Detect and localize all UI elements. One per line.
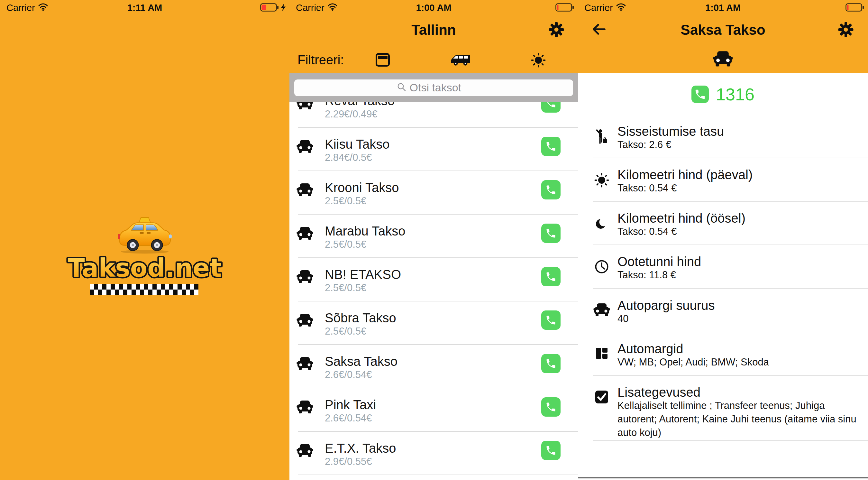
detail-value: Takso: 2.6 €: [618, 138, 671, 152]
grid-icon: [593, 347, 610, 361]
taxi-price: 2.84€/0.5€: [325, 151, 372, 164]
taxi-name: Kiisu Takso: [325, 137, 390, 152]
battery-icon: [260, 3, 279, 13]
detail-row: Kilomeetri hind (öösel)Takso: 0.54 €: [578, 202, 868, 245]
status-time: 1:01 AM: [578, 3, 868, 13]
logo-wordmark: Taksod.net: [0, 253, 289, 286]
logo-text-svg: Taksod.net: [68, 253, 222, 282]
car-icon: [297, 400, 313, 416]
detail-row: LisategevusedKellajaliselt tellimine ; T…: [578, 376, 868, 441]
car-icon: [297, 357, 313, 372]
taxi-price: 2.5€/0.5€: [325, 238, 366, 251]
detail-title: Ootetunni hind: [618, 254, 701, 269]
call-button[interactable]: [541, 441, 561, 460]
battery-icon: [845, 3, 864, 13]
taxi-name: Sõbra Takso: [325, 310, 396, 325]
car-icon: [297, 140, 313, 155]
taxi-name: E.T.X. Takso: [325, 441, 396, 455]
taxi-price: 2.5€/0.5€: [325, 281, 366, 294]
list-item[interactable]: E.T.X. Takso2.9€/0.55€: [289, 432, 578, 475]
detail-value: VW; MB; Opel; Audi; BMW; Skoda: [618, 356, 769, 369]
taxi-price: 2.6€/0.54€: [325, 412, 372, 425]
van-icon[interactable]: [450, 53, 471, 68]
taxi-name: NB! ETAKSO: [325, 267, 401, 282]
checkered-flag-strip: [90, 284, 198, 295]
splash-panel: Carrier 1:11 AM: [0, 0, 289, 480]
moon-icon: [593, 216, 610, 233]
detail-row: AutomargidVW; MB; Opel; Audi; BMW; Skoda: [578, 332, 868, 376]
list-item[interactable]: Pink Taxi2.6€/0.54€: [289, 388, 578, 432]
page-title: Tallinn: [289, 22, 578, 38]
taxi-price: 2.29€/0.49€: [325, 108, 377, 121]
call-button[interactable]: [541, 223, 561, 243]
detail-row: Ootetunni hindTakso: 11.8 €: [578, 245, 868, 289]
detail-title: Autopargi suurus: [618, 298, 715, 313]
settings-gear-icon[interactable]: [548, 22, 564, 38]
list-item[interactable]: Kiisu Takso2.84€/0.5€: [289, 128, 578, 171]
list-item[interactable]: Krooni Takso2.5€/0.5€: [289, 171, 578, 215]
charging-bolt-icon: [281, 4, 286, 12]
taxi-detail-panel: Saksa Takso 1316 Sisseistumise tasuTakso…: [578, 0, 868, 480]
detail-value: Takso: 0.54 €: [618, 181, 677, 195]
detail-value: Kellajaliselt tellimine ; Transfeer teen…: [618, 399, 857, 440]
app-screenshot-composite: Carrier 1:11 AM: [0, 0, 868, 480]
call-button[interactable]: [541, 310, 561, 330]
detail-row: Sisseistumise tasuTakso: 2.6 €: [578, 115, 868, 158]
list-item[interactable]: Sõbra Takso2.5€/0.5€: [289, 301, 578, 345]
taxi-price: 2.6€/0.54€: [325, 368, 372, 381]
detail-row: Autopargi suurus40: [578, 289, 868, 332]
car-icon: [297, 270, 313, 286]
card-icon[interactable]: [376, 53, 390, 68]
sun-icon[interactable]: [531, 53, 546, 69]
detail-title: Lisategevused: [618, 385, 701, 399]
car-icon: [297, 183, 313, 199]
taxi-price: 2.9€/0.55€: [325, 455, 372, 468]
phone-icon: [691, 86, 709, 103]
taxi-name: Krooni Takso: [325, 180, 399, 195]
search-bar-container: [289, 73, 578, 102]
status-bar: Carrier 1:01 AM: [578, 0, 868, 15]
car-icon: [297, 444, 313, 459]
clock-icon: [593, 259, 610, 275]
call-button[interactable]: [541, 137, 561, 156]
status-bar: Carrier 1:00 AM: [289, 0, 578, 15]
bottom-edge-line: [578, 477, 868, 478]
list-item[interactable]: NB! ETAKSO2.5€/0.5€: [289, 258, 578, 301]
status-time: 1:00 AM: [289, 3, 578, 13]
detail-title: Kilomeetri hind (öösel): [618, 211, 745, 226]
search-field[interactable]: [294, 80, 573, 96]
page-title: Saksa Takso: [578, 22, 868, 38]
detail-title: Automargid: [618, 341, 683, 356]
car-icon: [297, 313, 313, 329]
settings-gear-icon[interactable]: [838, 22, 854, 38]
car-icon: [593, 303, 610, 319]
phone-number-row[interactable]: 1316: [578, 85, 868, 104]
call-button[interactable]: [541, 354, 561, 373]
detail-row: Kilomeetri hind (päeval)Takso: 0.54 €: [578, 158, 868, 202]
person-luggage-icon: [593, 129, 610, 147]
detail-value: Takso: 0.54 €: [618, 225, 677, 238]
status-bar: Carrier 1:11 AM: [0, 0, 289, 15]
call-button[interactable]: [541, 397, 561, 417]
taxi-name: Marabu Takso: [325, 223, 406, 238]
sun-icon: [593, 173, 610, 189]
list-item[interactable]: Marabu Takso2.5€/0.5€: [289, 215, 578, 258]
detail-title: Sisseistumise tasu: [618, 124, 724, 139]
status-time: 1:11 AM: [0, 3, 289, 13]
car-icon: [297, 227, 313, 242]
detail-value: 40: [618, 312, 628, 326]
call-button[interactable]: [541, 180, 561, 200]
taxi-name: Saksa Takso: [325, 354, 398, 369]
list-item[interactable]: Saksa Takso2.6€/0.54€: [289, 345, 578, 388]
battery-icon: [555, 3, 574, 13]
taxi-list-panel: Reval Takso2.29€/0.49€Kiisu Takso2.84€/0…: [289, 0, 578, 480]
call-button[interactable]: [541, 267, 561, 286]
phone-number: 1316: [716, 84, 754, 104]
search-input[interactable]: [410, 81, 471, 94]
detail-value: Takso: 11.8 €: [618, 268, 676, 282]
car-icon: [578, 51, 868, 69]
checkbox-icon: [593, 390, 610, 406]
taxi-price: 2.5€/0.5€: [325, 325, 366, 338]
taxi-logo-image: [113, 216, 176, 258]
taxi-name: Pink Taxi: [325, 397, 376, 412]
